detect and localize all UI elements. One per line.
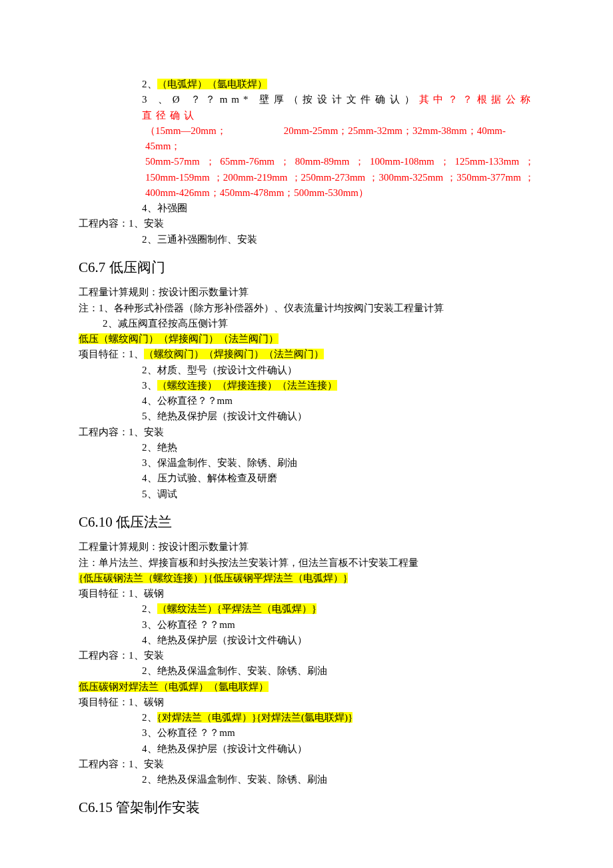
highlight-text: （螺纹法兰）{平焊法兰（电弧焊）} [157,603,316,614]
c67-gcn1: 工程内容：1、安装 [79,425,534,440]
c67-gcn3: 3、保温盒制作、安装、除锈、刷油 [79,455,534,471]
c67-feat1: 项目特征：1、（螺纹阀门）（焊接阀门）（法兰阀门） [79,347,534,362]
top-item-3b: （15mm—20mm；20mm-25mm；25mm-32mm；32mm-38mm… [79,123,534,155]
top-item-3c: 50mm-57mm ； 65mm-76mm ； 80mm-89mm ； 100m… [79,154,534,201]
c67-gcn2: 2、绝热 [79,440,534,455]
heading-c6-7: C6.7 低压阀门 [79,257,534,279]
c610-feat1b: 项目特征：1、碳钢 [79,695,534,710]
top-item-2: 2、（电弧焊）（氩电联焊） [79,77,534,92]
top-gcn-2: 2、三通补强圈制作、安装 [79,232,534,247]
heading-c6-15: C6.15 管架制作安装 [79,797,534,819]
c610-gcn1b: 工程内容：1、安装 [79,757,534,772]
c610-feat4: 4、绝热及保护层（按设计文件确认） [79,633,534,648]
text: 2、 [142,603,157,614]
c610-hl2: 低压碳钢对焊法兰（电弧焊）（氩电联焊） [79,679,534,695]
highlight-text: {对焊法兰（电弧焊）}{对焊法兰(氩电联焊)} [157,712,353,723]
c67-note2: 2、减压阀直径按高压侧计算 [79,316,534,331]
c67-feat4: 4、公称直径？？mm [79,393,534,409]
c67-gcn4: 4、压力试验、解体检查及研磨 [79,471,534,486]
c610-gcn1: 工程内容：1、安装 [79,648,534,663]
top-item-3a: 3 、Ø ？？mm* 壁厚（按设计文件确认）其中？？根据公称直径确认 [79,92,534,123]
c610-rule: 工程量计算规则：按设计图示数量计算 [79,539,534,555]
c610-feat4b: 4、绝热及保护层（按设计文件确认） [79,741,534,757]
c610-feat2b: 2、{对焊法兰（电弧焊）}{对焊法兰(氩电联焊)} [79,710,534,725]
highlight-text: 低压碳钢对焊法兰（电弧焊）（氩电联焊） [79,681,269,692]
c610-gcn2b: 2、绝热及保温盒制作、安装、除锈、刷油 [79,772,534,787]
highlight-text: {低压碳钢法兰（螺纹连接）}{低压碳钢平焊法兰（电弧焊）} [79,573,348,583]
c610-feat2: 2、（螺纹法兰）{平焊法兰（电弧焊）} [79,601,534,617]
c67-gcn5: 5、调试 [79,487,534,502]
highlight-text: （螺纹连接）（焊接连接）（法兰连接） [157,380,337,391]
c67-note1: 注：1、各种形式补偿器（除方形补偿器外）、仪表流量计均按阀门安装工程量计算 [79,301,534,316]
c610-feat1: 项目特征：1、碳钢 [79,586,534,601]
red-text: （15mm—20mm； [145,125,227,136]
c67-hl-line: 低压（螺纹阀门）（焊接阀门）（法兰阀门） [79,331,534,347]
text: 2、 [142,79,157,89]
c67-feat3: 3、（螺纹连接）（焊接连接）（法兰连接） [79,378,534,393]
text: 3 、Ø ？？mm* 壁厚（按设计文件确认） [142,94,419,105]
c67-rule: 工程量计算规则：按设计图示数量计算 [79,285,534,300]
text: 项目特征：1、 [79,349,144,359]
text: 2、 [142,712,157,723]
document-page: 2、（电弧焊）（氩电联焊） 3 、Ø ？？mm* 壁厚（按设计文件确认）其中？？… [0,0,613,865]
highlight-text: 低压（螺纹阀门）（焊接阀门）（法兰阀门） [79,333,279,344]
c610-feat3b: 3、公称直径 ？？mm [79,725,534,741]
top-item-4: 4、补强圈 [79,201,534,216]
c610-note: 注：单片法兰、焊接盲板和封头按法兰安装计算，但法兰盲板不计安装工程量 [79,555,534,571]
heading-c6-10: C6.10 低压法兰 [79,511,534,533]
red-text: 50mm-57mm ； 65mm-76mm ； 80mm-89mm ； 100m… [145,156,534,198]
highlight-text: （螺纹阀门）（焊接阀门）（法兰阀门） [144,349,324,359]
c610-feat3: 3、公称直径 ？？mm [79,617,534,633]
highlight-text: （电弧焊）（氩电联焊） [157,79,267,89]
c610-hl1: {低压碳钢法兰（螺纹连接）}{低压碳钢平焊法兰（电弧焊）} [79,571,534,586]
text: 3、 [142,380,157,391]
c67-feat5: 5、绝热及保护层（按设计文件确认） [79,409,534,424]
c67-feat2: 2、材质、型号（按设计文件确认） [79,363,534,378]
top-gcn-1: 工程内容：1、安装 [79,216,534,231]
c610-gcn2: 2、绝热及保温盒制作、安装、除锈、刷油 [79,663,534,679]
